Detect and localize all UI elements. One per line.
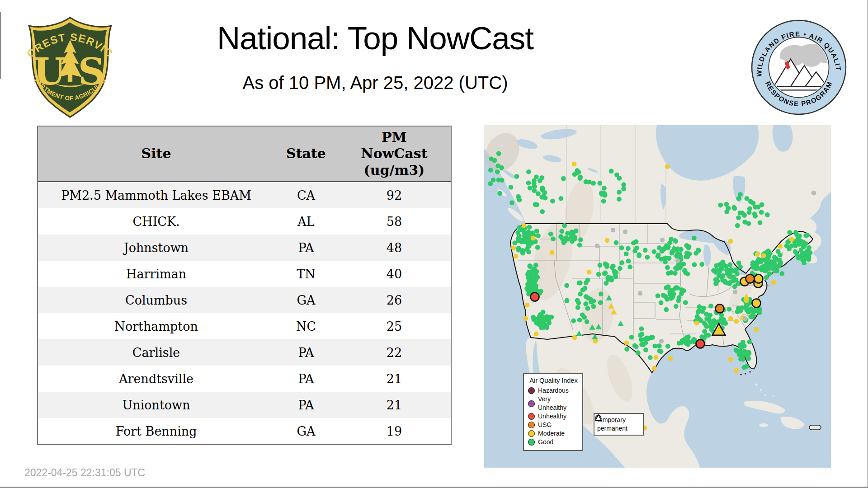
state-cell: GA bbox=[274, 293, 338, 307]
monitor-dot bbox=[738, 211, 743, 216]
monitor-dot bbox=[738, 357, 743, 361]
monitor-dot bbox=[601, 199, 606, 204]
monitor-dot bbox=[531, 236, 536, 241]
permanent-label: permanent bbox=[597, 424, 627, 433]
monitor-dot bbox=[547, 320, 552, 325]
wfaqrp-logo-icon: WILDLAND FIRE • AIR QUALITY RESPONSE PRO… bbox=[749, 17, 849, 117]
monitor-dot bbox=[677, 253, 682, 258]
monitor-dot bbox=[595, 244, 599, 248]
monitor-dot bbox=[736, 216, 741, 221]
monitor-dot bbox=[774, 268, 779, 273]
monitor-dot bbox=[640, 332, 645, 337]
monitor-dot bbox=[712, 318, 717, 323]
monitor-dot bbox=[637, 253, 642, 258]
monitor-dot bbox=[675, 258, 680, 263]
monitor-dot bbox=[643, 248, 648, 253]
value-cell: 21 bbox=[338, 372, 451, 386]
monitor-dot bbox=[540, 325, 545, 330]
state-cell: PA bbox=[274, 241, 338, 255]
monitor-dot bbox=[651, 249, 656, 254]
monitor-dot bbox=[766, 249, 771, 253]
monitor-dot bbox=[660, 238, 665, 242]
monitor-dot bbox=[562, 223, 567, 228]
monitor-dot bbox=[527, 289, 532, 294]
monitor-dot bbox=[626, 246, 631, 251]
monitor-dot bbox=[534, 332, 539, 337]
monitor-dot bbox=[598, 300, 603, 305]
monitor-dot bbox=[602, 186, 607, 191]
monitor-dot bbox=[515, 230, 520, 235]
monitor-dot bbox=[576, 305, 580, 310]
monitor-dot bbox=[640, 342, 645, 347]
state-cell: NC bbox=[274, 319, 338, 333]
monitor-dot bbox=[525, 272, 530, 277]
monitor-dot bbox=[626, 258, 631, 263]
monitor-dot bbox=[611, 264, 616, 269]
monitor-dot bbox=[652, 343, 657, 348]
monitor-dot bbox=[795, 234, 800, 239]
monitor-dot bbox=[575, 298, 580, 303]
monitor-dot bbox=[522, 234, 527, 239]
monitor-dot bbox=[692, 235, 697, 240]
monitor-dot bbox=[679, 247, 684, 252]
monitor-dot bbox=[686, 334, 691, 339]
monitor-dot bbox=[571, 319, 576, 324]
monitor-dot bbox=[748, 199, 753, 204]
monitor-dot bbox=[696, 310, 701, 314]
monitor-dot bbox=[532, 188, 537, 193]
table-row: ColumbusGA26 bbox=[38, 287, 451, 313]
state-cell: AL bbox=[274, 215, 338, 229]
monitor-dot bbox=[664, 244, 669, 249]
monitor-dot bbox=[652, 366, 657, 371]
monitor-dot bbox=[518, 238, 523, 243]
monitor-dot bbox=[654, 355, 659, 360]
page-subtitle: As of 10 PM, Apr 25, 2022 (UTC) bbox=[50, 73, 701, 93]
table-row: UniontownPA21 bbox=[38, 392, 451, 418]
legend-item: Moderate bbox=[528, 429, 579, 438]
monitor-dot bbox=[700, 309, 705, 314]
aqi-legend: Air Quality Index HazardousVery Unhealth… bbox=[523, 373, 583, 451]
frame-edge-left bbox=[0, 12, 1, 79]
monitor-dot bbox=[559, 229, 564, 234]
monitor-dot bbox=[755, 252, 760, 257]
site-cell: Uniontown bbox=[38, 398, 274, 412]
monitor-dot bbox=[511, 246, 516, 251]
legend-item: Unhealthy bbox=[528, 412, 579, 421]
monitor-dot bbox=[667, 256, 672, 261]
monitor-dot bbox=[754, 327, 759, 332]
monitor-dot bbox=[634, 239, 639, 244]
monitor-dot bbox=[543, 317, 548, 322]
monitor-dot bbox=[532, 274, 537, 279]
monitor-dot bbox=[534, 229, 539, 234]
site-cell: Johnstown bbox=[38, 241, 274, 255]
nowcast-table: Site State PM NowCast (ug/m3) PM2.5 Mamm… bbox=[37, 126, 452, 445]
wfaqrp-logo: WILDLAND FIRE • AIR QUALITY RESPONSE PRO… bbox=[749, 17, 849, 117]
legend-label: Unhealthy bbox=[538, 412, 566, 421]
monitor-dot bbox=[617, 190, 622, 195]
monitor-dot bbox=[684, 243, 689, 248]
monitor-dot bbox=[759, 210, 764, 215]
header: National: Top NowCast As of 10 PM, Apr 2… bbox=[50, 20, 701, 93]
table-row: Fort BenningGA19 bbox=[38, 418, 451, 444]
monitor-dot bbox=[741, 365, 746, 370]
monitor-dot bbox=[561, 176, 566, 181]
legend-item: Hazardous bbox=[528, 386, 579, 395]
monitor-dot bbox=[764, 275, 769, 280]
monitor-dot bbox=[645, 255, 650, 260]
monitor-dot bbox=[522, 223, 527, 228]
monitor-dot bbox=[771, 280, 776, 285]
value-cell: 40 bbox=[338, 267, 451, 281]
monitor-dot bbox=[693, 251, 698, 256]
site-cell: Carlisle bbox=[38, 346, 274, 360]
state-cell: PA bbox=[274, 346, 338, 360]
monitor-dot bbox=[526, 180, 531, 185]
monitor-dot bbox=[681, 262, 686, 267]
value-cell: 92 bbox=[338, 188, 451, 202]
monitor-dot bbox=[499, 165, 504, 170]
top-site-marker bbox=[696, 340, 705, 348]
monitor-dot bbox=[676, 298, 681, 303]
monitor-dot bbox=[497, 191, 502, 196]
generated-timestamp: 2022-04-25 22:31:05 UTC bbox=[24, 467, 145, 479]
monitor-dot bbox=[619, 260, 624, 265]
marker-type-legend: temporary permanent bbox=[594, 413, 644, 436]
